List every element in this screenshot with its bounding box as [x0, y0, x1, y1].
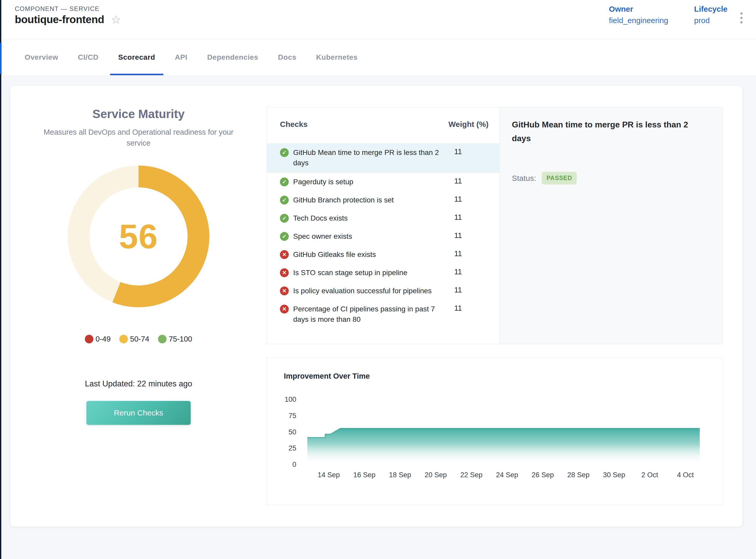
check-circle-icon: ✓ — [280, 214, 289, 223]
check-weight: 11 — [443, 231, 494, 240]
legend-dot — [158, 335, 166, 343]
check-weight: 11 — [443, 148, 494, 156]
weight-column-header: Weight (%) — [442, 120, 494, 129]
check-label: Pagerduty is setup — [293, 177, 443, 187]
maturity-panel: Service Maturity Measures all DevOps and… — [10, 86, 267, 527]
maturity-subtitle: Measures all DevOps and Operational read… — [39, 127, 238, 149]
main-card: Service Maturity Measures all DevOps and… — [10, 86, 742, 527]
check-detail-title: GitHub Mean time to merge PR is less tha… — [512, 118, 691, 145]
check-weight: 11 — [443, 268, 494, 276]
checks-list: Checks Weight (%) ✓GitHub Mean time to m… — [267, 108, 499, 344]
rerun-checks-button[interactable]: Rerun Checks — [86, 401, 191, 425]
check-label: Is STO scan stage setup in pipeline — [293, 268, 443, 278]
check-label: Percentage of CI pipelines passing in pa… — [293, 304, 443, 325]
improvement-chart: Improvement Over Time 100755025014 Sep16… — [267, 357, 723, 505]
area-series — [267, 357, 723, 505]
score-donut: 56 — [68, 165, 209, 307]
checks-list-header: Checks Weight (%) — [267, 119, 499, 130]
check-circle-icon: ✓ — [280, 148, 289, 157]
lifecycle-label: Lifecycle — [694, 5, 728, 14]
legend-item: 75-100 — [158, 335, 192, 343]
lifecycle-block: Lifecycle prod — [694, 5, 728, 25]
check-weight: 11 — [443, 195, 494, 203]
tab-bar: OverviewCI/CDScorecardAPIDependenciesDoc… — [0, 40, 756, 75]
check-circle-icon: ✓ — [280, 178, 289, 186]
check-row[interactable]: ✓GitHub Branch protection is set11 — [267, 191, 499, 209]
app-header: COMPONENT — SERVICE boutique-frontend ☆ … — [0, 0, 756, 40]
owner-label: Owner — [609, 5, 668, 14]
x-circle-icon: ✕ — [280, 305, 289, 313]
x-circle-icon: ✕ — [280, 287, 289, 295]
check-weight: 11 — [443, 304, 494, 312]
kebab-menu-icon[interactable] — [738, 10, 744, 25]
check-row[interactable]: ✕Is policy evaluation successful for pip… — [267, 282, 499, 300]
tab-docs[interactable]: Docs — [268, 40, 306, 75]
tab-api[interactable]: API — [165, 40, 197, 75]
check-row[interactable]: ✓GitHub Mean time to merge PR is less th… — [267, 143, 499, 173]
check-row[interactable]: ✓Pagerduty is setup11 — [267, 173, 499, 191]
check-row[interactable]: ✓Tech Docs exists11 — [267, 209, 499, 227]
x-circle-icon: ✕ — [280, 250, 289, 259]
legend-item: 0-49 — [85, 335, 111, 343]
legend-label: 75-100 — [169, 335, 192, 343]
score-value: 56 — [119, 217, 158, 256]
scorecard-page: COMPONENT — SERVICE boutique-frontend ☆ … — [0, 0, 756, 559]
sidebar-active-indicator — [0, 43, 2, 74]
check-row[interactable]: ✕Is STO scan stage setup in pipeline11 — [267, 264, 499, 282]
owner-value[interactable]: field_engineering — [609, 16, 668, 25]
check-rows: ✓GitHub Mean time to merge PR is less th… — [267, 143, 499, 329]
tab-dependencies[interactable]: Dependencies — [197, 40, 268, 75]
check-row[interactable]: ✕GitHub Gitleaks file exists11 — [267, 246, 499, 264]
x-circle-icon: ✕ — [280, 268, 289, 277]
tab-scorecard[interactable]: Scorecard — [109, 40, 165, 75]
chart-plot: 100755025014 Sep16 Sep18 Sep20 Sep22 Sep… — [267, 357, 722, 505]
owner-block: Owner field_engineering — [609, 5, 668, 25]
legend-dot — [119, 335, 128, 343]
sidebar-edge — [0, 0, 1, 559]
check-row[interactable]: ✓Spec owner exists11 — [267, 227, 499, 246]
score-donut-hole: 56 — [90, 187, 188, 286]
check-weight: 11 — [443, 249, 494, 258]
legend-item: 50-74 — [119, 335, 149, 343]
tab-ci-cd[interactable]: CI/CD — [68, 40, 108, 75]
check-label: Is policy evaluation successful for pipe… — [293, 286, 443, 296]
score-legend: 0-4950-7475-100 — [10, 335, 267, 343]
check-circle-icon: ✓ — [280, 196, 289, 204]
check-label: Spec owner exists — [293, 231, 443, 242]
legend-label: 50-74 — [130, 335, 149, 343]
content-area: Service Maturity Measures all DevOps and… — [0, 75, 756, 559]
check-label: GitHub Mean time to merge PR is less tha… — [293, 148, 443, 168]
breadcrumb: COMPONENT — SERVICE — [15, 5, 99, 13]
check-label: GitHub Gitleaks file exists — [293, 249, 443, 260]
legend-label: 0-49 — [95, 335, 111, 343]
check-label: Tech Docs exists — [293, 213, 443, 223]
check-weight: 11 — [443, 177, 494, 185]
checks-column-header: Checks — [280, 120, 442, 129]
check-weight: 11 — [443, 213, 494, 222]
favorite-star-icon[interactable]: ☆ — [111, 14, 121, 25]
check-label: GitHub Branch protection is set — [293, 195, 443, 205]
last-updated: Last Updated: 22 minutes ago — [10, 379, 267, 388]
status-badge: PASSED — [542, 172, 577, 184]
check-weight: 11 — [443, 286, 494, 294]
check-circle-icon: ✓ — [280, 232, 289, 241]
check-detail-panel: GitHub Mean time to merge PR is less tha… — [499, 108, 722, 344]
checks-section: Checks Weight (%) ✓GitHub Mean time to m… — [267, 107, 723, 344]
legend-dot — [85, 335, 93, 343]
status-label: Status: — [512, 174, 536, 183]
lifecycle-value: prod — [694, 16, 728, 25]
page-title: boutique-frontend — [15, 14, 104, 26]
tab-kubernetes[interactable]: Kubernetes — [306, 40, 367, 75]
check-row[interactable]: ✕Percentage of CI pipelines passing in p… — [267, 300, 499, 329]
tab-overview[interactable]: Overview — [15, 40, 68, 75]
maturity-title: Service Maturity — [10, 107, 267, 121]
